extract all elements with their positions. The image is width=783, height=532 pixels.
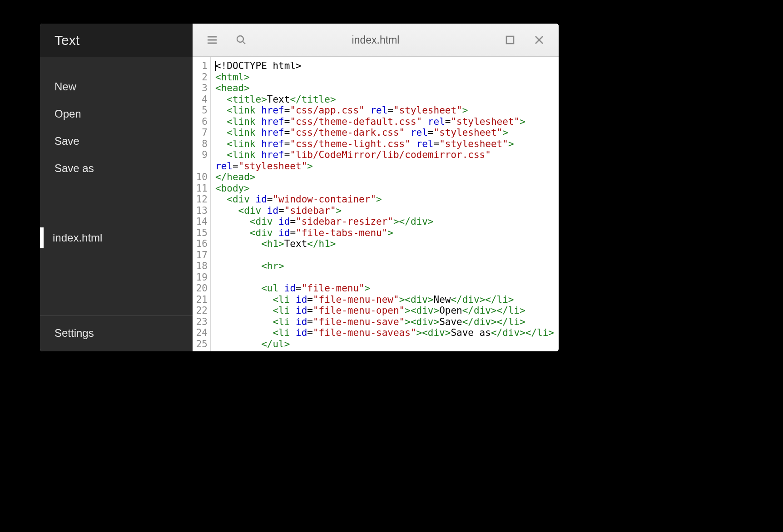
sidebar: Text New Open Save Save as index.html Se… — [40, 24, 193, 351]
open-files-list: index.html — [40, 191, 193, 315]
editor-toolbar: index.html — [193, 24, 559, 57]
app-title: Text — [40, 24, 193, 57]
file-menu-new[interactable]: New — [40, 73, 193, 100]
svg-rect-5 — [506, 36, 514, 44]
file-menu: New Open Save Save as — [40, 57, 193, 191]
current-filename: index.html — [260, 34, 491, 46]
app-window: Text New Open Save Save as index.html Se… — [40, 24, 559, 351]
file-menu-save[interactable]: Save — [40, 128, 193, 155]
svg-point-3 — [237, 36, 243, 42]
file-menu-open[interactable]: Open — [40, 100, 193, 128]
search-icon[interactable] — [231, 30, 252, 50]
code-editor[interactable]: 1 2 3 4 5 6 7 8 9 10 11 12 13 14 15 16 1… — [193, 57, 559, 351]
menu-icon[interactable] — [202, 30, 223, 50]
editor-area: index.html 1 2 3 4 5 6 7 8 9 10 11 12 13… — [193, 24, 559, 351]
close-icon[interactable] — [529, 30, 550, 50]
code-content[interactable]: <!DOCTYPE html><html><head> <title>Text<… — [211, 57, 559, 351]
maximize-icon[interactable] — [500, 30, 520, 50]
svg-line-4 — [243, 41, 245, 44]
open-file-tab[interactable]: index.html — [40, 223, 193, 253]
file-menu-saveas[interactable]: Save as — [40, 155, 193, 182]
line-number-gutter: 1 2 3 4 5 6 7 8 9 10 11 12 13 14 15 16 1… — [193, 57, 211, 351]
settings-button[interactable]: Settings — [40, 315, 193, 351]
